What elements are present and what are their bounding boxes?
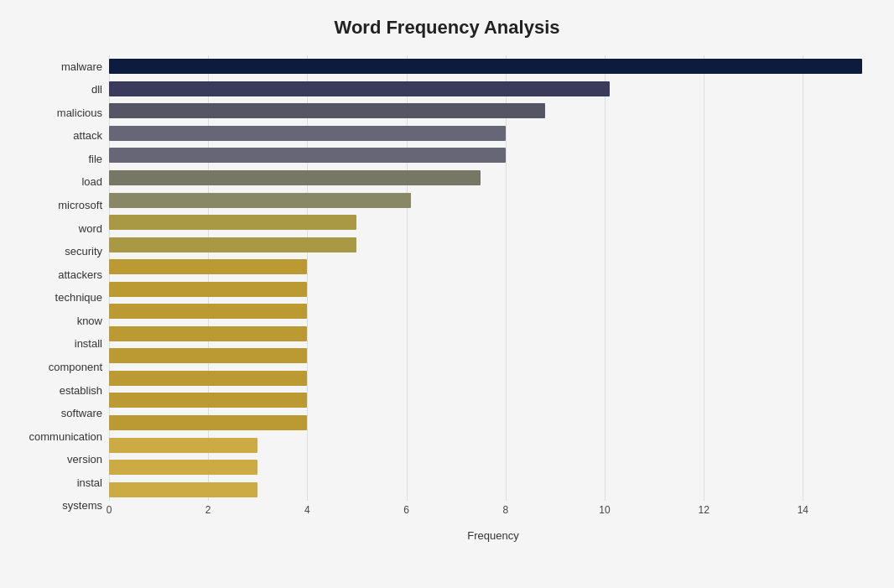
x-axis-title: Frequency	[109, 529, 877, 542]
bar-row	[109, 122, 877, 145]
bar	[109, 460, 257, 475]
bar	[109, 282, 307, 297]
bar	[109, 304, 307, 319]
x-axis-tick-label: 12	[698, 504, 709, 516]
y-axis-label: dll	[91, 79, 102, 101]
bar	[109, 348, 307, 363]
y-axis-label: load	[81, 171, 102, 193]
x-axis-tick-label: 10	[599, 504, 610, 516]
bar	[109, 393, 307, 408]
bar-row	[109, 278, 877, 300]
x-axis-tick-label: 14	[798, 504, 808, 516]
bar-row	[109, 478, 877, 501]
chart-area: malwaredllmaliciousattackfileloadmicroso…	[17, 55, 877, 542]
y-axis-label: file	[88, 148, 102, 169]
y-axis-label: instal	[77, 471, 102, 493]
bar-row	[109, 367, 877, 390]
y-axis-label: security	[65, 241, 102, 263]
bar	[109, 415, 307, 430]
bar	[109, 81, 610, 96]
x-axis-tick-label: 6	[403, 504, 409, 516]
x-axis-labels: 02468101214	[109, 501, 877, 526]
bar-row	[109, 300, 877, 323]
bar-row	[109, 345, 877, 367]
y-axis-label: malware	[61, 55, 102, 77]
bar-row	[109, 211, 877, 234]
bar-row	[109, 434, 877, 456]
bar	[109, 126, 506, 141]
bar-row	[109, 55, 877, 78]
y-axis-label: microsoft	[58, 194, 102, 216]
bar	[109, 170, 481, 185]
y-axis-labels: malwaredllmaliciousattackfileloadmicroso…	[17, 55, 109, 542]
bar-row	[109, 412, 877, 434]
bar	[109, 148, 506, 163]
y-axis-label: word	[79, 217, 102, 239]
bar-row	[109, 323, 877, 346]
bar	[109, 237, 356, 252]
chart-container: Word Frequency Analysis malwaredllmalici…	[0, 0, 894, 588]
bar	[109, 482, 257, 497]
bar-row	[109, 389, 877, 412]
y-axis-label: establish	[60, 379, 102, 401]
y-axis-label: know	[77, 310, 102, 331]
y-axis-label: attack	[73, 125, 102, 147]
y-axis-label: version	[67, 449, 102, 471]
bars-container	[109, 55, 877, 501]
y-axis-label: attackers	[58, 263, 102, 285]
bar-row	[109, 78, 877, 101]
bar	[109, 259, 307, 274]
x-axis-tick-label: 4	[304, 504, 310, 516]
bar-row	[109, 189, 877, 211]
bar	[109, 59, 862, 74]
x-axis-tick-label: 0	[107, 504, 112, 516]
bar	[109, 215, 356, 230]
grid-and-bars: 02468101214	[109, 55, 877, 526]
x-axis-tick-label: 2	[205, 504, 211, 516]
y-axis-label: technique	[55, 287, 102, 309]
bar-row	[109, 256, 877, 278]
chart-title: Word Frequency Analysis	[17, 8, 877, 55]
x-axis-tick-label: 8	[502, 504, 508, 516]
y-axis-label: install	[75, 333, 102, 355]
bar-row	[109, 456, 877, 479]
bar	[109, 326, 307, 341]
y-axis-label: systems	[62, 495, 102, 517]
bar	[109, 438, 257, 453]
bar-row	[109, 233, 877, 256]
y-axis-label: software	[61, 403, 102, 424]
bars-and-grid: 02468101214 Frequency	[109, 55, 877, 542]
bar	[109, 371, 307, 386]
y-axis-label: malicious	[57, 101, 102, 123]
y-axis-label: component	[49, 356, 102, 378]
bar	[109, 103, 545, 118]
bar	[109, 193, 411, 208]
bar-row	[109, 100, 877, 122]
bar-row	[109, 144, 877, 167]
y-axis-label: communication	[29, 425, 102, 447]
bar-row	[109, 167, 877, 190]
